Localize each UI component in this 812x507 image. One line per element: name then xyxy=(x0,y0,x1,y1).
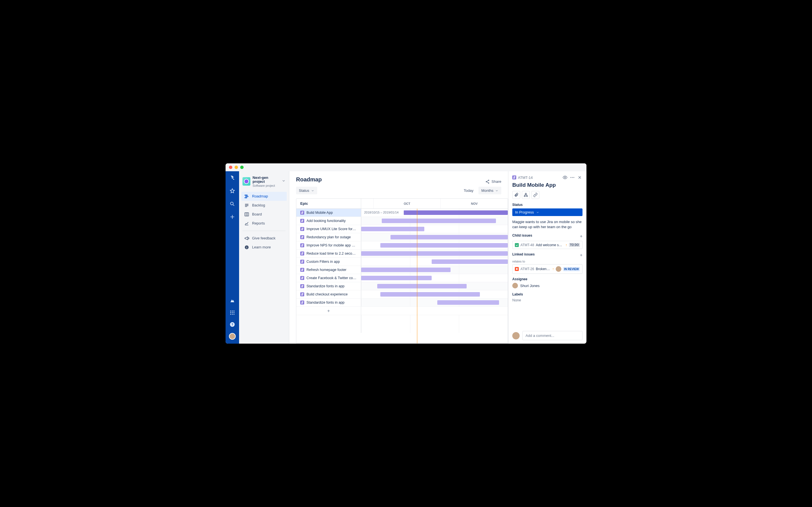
status-label: Status xyxy=(512,203,582,207)
share-button[interactable]: Share xyxy=(485,179,501,184)
epic-cell[interactable]: Reduce load time to 2.2 seconds xyxy=(296,249,361,258)
create-icon[interactable] xyxy=(229,214,236,220)
linked-issue-row[interactable]: ATMT-26 Broken status ind… ↑ IN REVIEW xyxy=(512,264,582,274)
app-switcher-icon[interactable] xyxy=(229,309,236,316)
timescale-button[interactable]: Months xyxy=(478,187,501,194)
sidebar-item-board[interactable]: Board xyxy=(241,210,287,219)
project-switcher[interactable]: Next-gen project Software project xyxy=(241,175,287,188)
sidebar-item-label: Give feedback xyxy=(252,236,275,240)
epic-row[interactable]: Refresh homepage footer xyxy=(296,266,508,274)
notification-icon[interactable] xyxy=(229,297,236,304)
progress-marker[interactable] xyxy=(404,210,405,215)
epic-row[interactable]: Improve NPS for mobile app users by … xyxy=(296,241,508,249)
sidebar-item-reports[interactable]: Reports xyxy=(241,219,287,228)
roadmap-icon xyxy=(244,194,249,199)
epic-bar[interactable] xyxy=(380,243,508,247)
epic-cell[interactable]: Build checkout experience xyxy=(296,290,361,298)
svg-rect-26 xyxy=(524,196,525,196)
today-button[interactable]: Today xyxy=(461,187,476,194)
child-issues-label: Child issues xyxy=(512,233,532,237)
epic-bar[interactable] xyxy=(391,235,508,239)
status-filter-button[interactable]: Status xyxy=(296,187,317,194)
epic-icon xyxy=(300,227,304,231)
watch-icon[interactable] xyxy=(562,175,568,180)
epic-bar[interactable] xyxy=(361,268,451,272)
epic-cell[interactable]: Standardize fonts in app xyxy=(296,298,361,306)
epic-row[interactable]: Improve UMUX Lite Score for checko… xyxy=(296,225,508,233)
epic-row[interactable]: Custom Filters in app xyxy=(296,258,508,266)
sidebar-item-roadmap[interactable]: Roadmap xyxy=(241,192,287,201)
sidebar-item-learn[interactable]: i Learn more xyxy=(241,243,287,252)
comment-avatar xyxy=(512,332,520,339)
svg-rect-15 xyxy=(245,213,249,216)
svg-point-18 xyxy=(488,180,489,181)
epic-bar[interactable] xyxy=(432,260,508,264)
epic-cell[interactable]: Redundancy plan for outage xyxy=(296,233,361,241)
epic-cell[interactable]: Standardize fonts in app xyxy=(296,282,361,290)
close-icon[interactable] xyxy=(577,175,582,180)
assignee-field[interactable]: Shuri Jones xyxy=(512,283,582,288)
status-dropdown[interactable]: In Progress xyxy=(512,209,582,216)
epic-row[interactable]: Standardize fonts in app xyxy=(296,282,508,290)
epic-cell[interactable]: Create Facebook & Twitter connector xyxy=(296,274,361,282)
more-icon[interactable] xyxy=(569,175,575,180)
epic-row[interactable]: Reduce load time to 2.2 seconds xyxy=(296,249,508,258)
chevron-down-icon xyxy=(282,179,286,184)
star-icon[interactable] xyxy=(229,187,236,194)
epic-row[interactable]: Standardize fonts in app xyxy=(296,298,508,307)
svg-point-7 xyxy=(231,314,231,315)
epic-row[interactable]: Build Mobile App2018/10/15 – 2019/01/14 xyxy=(296,209,508,217)
epic-bar[interactable] xyxy=(404,210,508,215)
epic-cell[interactable]: Improve NPS for mobile app users by … xyxy=(296,241,361,249)
epic-row[interactable]: Build checkout experience xyxy=(296,290,508,298)
epic-bar[interactable] xyxy=(380,292,480,297)
issue-key[interactable]: ATMT-14 xyxy=(518,175,533,180)
epic-cell[interactable]: Add booking functionality xyxy=(296,217,361,225)
svg-point-9 xyxy=(234,314,234,315)
jira-logo-icon[interactable] xyxy=(229,175,236,181)
status-value: In Progress xyxy=(515,210,534,214)
epic-cell[interactable]: Custom Filters in app xyxy=(296,258,361,266)
svg-point-20 xyxy=(488,182,489,183)
help-icon[interactable]: ? xyxy=(229,321,236,328)
issue-detail-panel: ATMT-14 Build Mobile App Status In Progr… xyxy=(508,171,587,344)
add-epic-button[interactable]: + xyxy=(296,307,361,315)
child-issue-icon[interactable] xyxy=(522,191,530,199)
sidebar-item-feedback[interactable]: Give feedback xyxy=(241,234,287,243)
add-link-button[interactable]: + xyxy=(580,252,582,258)
comment-input[interactable]: Add a comment... xyxy=(522,331,582,340)
timeline-cell xyxy=(361,290,508,298)
profile-avatar[interactable] xyxy=(229,333,236,340)
issue-title[interactable]: Build Mobile App xyxy=(512,182,582,188)
epic-bar[interactable] xyxy=(437,300,499,305)
epic-row[interactable]: Redundancy plan for outage xyxy=(296,233,508,241)
window-maximize-button[interactable] xyxy=(240,166,244,169)
epic-bar[interactable] xyxy=(377,284,467,288)
search-icon[interactable] xyxy=(229,201,236,207)
timescale-label: Months xyxy=(481,188,493,193)
epic-bar[interactable] xyxy=(361,276,432,280)
epic-bar[interactable] xyxy=(361,251,508,256)
window-close-button[interactable] xyxy=(229,166,232,169)
attach-icon[interactable] xyxy=(512,191,520,199)
epic-cell[interactable]: Improve UMUX Lite Score for checko… xyxy=(296,225,361,233)
status-filter-label: Status xyxy=(299,188,309,193)
svg-rect-14 xyxy=(245,197,247,198)
link-icon[interactable] xyxy=(531,191,539,199)
epic-icon xyxy=(300,211,304,215)
epic-bar[interactable] xyxy=(382,219,496,223)
epic-cell[interactable]: Build Mobile App xyxy=(296,209,361,217)
labels-value[interactable]: None xyxy=(512,298,582,302)
epic-cell[interactable]: Refresh homepage footer xyxy=(296,266,361,274)
child-issue-row[interactable]: ATMT-48 Add welcome screen for m… ↑ TO D… xyxy=(512,241,582,249)
sidebar-item-backlog[interactable]: Backlog xyxy=(241,201,287,210)
window-minimize-button[interactable] xyxy=(235,166,238,169)
svg-point-2 xyxy=(232,311,233,312)
add-child-button[interactable]: + xyxy=(580,234,582,239)
epic-bar[interactable] xyxy=(361,227,424,231)
issue-description[interactable]: Maggie wants to use Jira on mobile so sh… xyxy=(512,219,582,230)
timeline-cell xyxy=(361,274,508,282)
epic-row[interactable]: Add booking functionality xyxy=(296,217,508,225)
timeline-cell xyxy=(361,258,508,266)
epic-row[interactable]: Create Facebook & Twitter connector xyxy=(296,274,508,282)
